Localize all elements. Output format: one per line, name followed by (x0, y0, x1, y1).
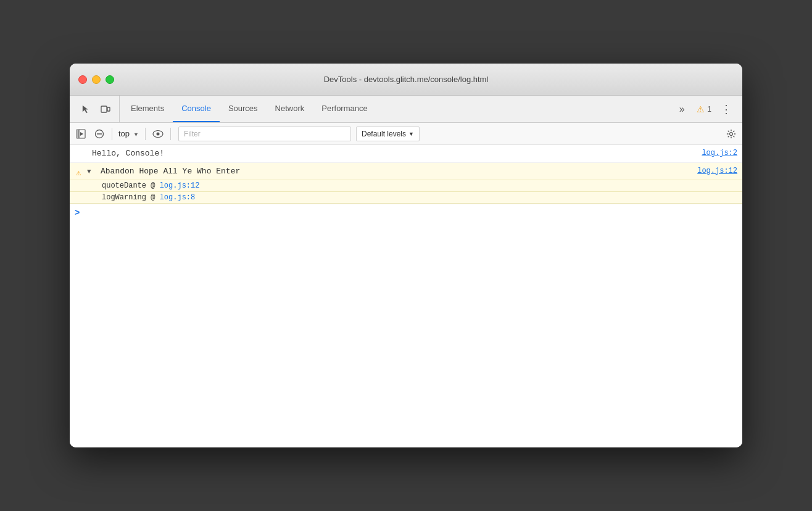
watch-expressions-button[interactable] (149, 125, 167, 143)
inspect-icon[interactable] (77, 101, 94, 118)
tab-network[interactable]: Network (267, 96, 313, 122)
context-selector[interactable]: top (116, 125, 141, 143)
device-toolbar-icon[interactable] (97, 101, 114, 118)
tab-console[interactable]: Console (173, 96, 220, 122)
console-content: Hello, Console! log.js:2 ⚠ ▼ Abandon Hop… (70, 145, 742, 447)
more-options-button[interactable]: ⋮ (718, 101, 735, 118)
stack-fn-logWarning: logWarning @ log.js:8 (102, 193, 195, 202)
stack-link-quoteDante[interactable]: log.js:12 (160, 181, 200, 190)
prompt-chevron-icon: > (75, 208, 80, 218)
svg-rect-1 (107, 107, 110, 111)
more-tabs-button[interactable]: » (673, 101, 690, 118)
devtools-icons (72, 96, 120, 122)
log-location-hello[interactable]: log.js:2 (689, 147, 737, 159)
warnings-badge[interactable]: ⚠ 1 (693, 103, 715, 115)
maximize-button[interactable] (106, 75, 114, 84)
console-settings-button[interactable] (723, 125, 740, 143)
console-prompt[interactable]: > (70, 204, 742, 222)
context-chevron-icon (133, 130, 139, 138)
toolbar-divider-2 (145, 128, 146, 140)
svg-point-10 (730, 132, 733, 135)
log-text-hello: Hello, Console! (92, 147, 689, 160)
log-levels-button[interactable]: Default levels ▼ (356, 127, 420, 141)
stack-entry-logWarning: logWarning @ log.js:8 (70, 192, 742, 204)
tab-performance[interactable]: Performance (313, 96, 376, 122)
tabsbar-right: » ⚠ 1 ⋮ (668, 96, 740, 122)
toolbar-divider (112, 128, 112, 140)
log-entry-info: Hello, Console! log.js:2 (70, 145, 742, 163)
warning-icon: ⚠ (697, 104, 705, 114)
warning-entry-icon: ⚠ (76, 167, 81, 180)
window-title: DevTools - devtools.glitch.me/console/lo… (324, 75, 489, 84)
clear-console-button[interactable] (91, 125, 108, 143)
tab-sources[interactable]: Sources (220, 96, 267, 122)
svg-rect-0 (101, 106, 107, 112)
stack-fn-quoteDante: quoteDante @ log.js:12 (102, 181, 199, 190)
expand-warning-button[interactable]: ▼ (87, 167, 91, 177)
minimize-button[interactable] (92, 75, 101, 84)
svg-point-9 (157, 132, 160, 135)
log-text-warning: Abandon Hope All Ye Who Enter (92, 165, 685, 178)
tab-elements[interactable]: Elements (122, 96, 173, 122)
stack-entry-quoteDante: quoteDante @ log.js:12 (70, 180, 742, 192)
titlebar: DevTools - devtools.glitch.me/console/lo… (70, 64, 742, 96)
filter-input[interactable] (178, 127, 351, 141)
devtools-window: DevTools - devtools.glitch.me/console/lo… (70, 64, 742, 447)
log-location-warning[interactable]: log.js:12 (685, 165, 737, 177)
console-toolbar: top Default levels ▼ (70, 123, 742, 145)
toolbar-divider-3 (170, 128, 171, 140)
close-button[interactable] (78, 75, 87, 84)
log-entry-warning: ⚠ ▼ Abandon Hope All Ye Who Enter log.js… (70, 163, 742, 181)
traffic-lights (78, 75, 114, 84)
svg-marker-5 (80, 132, 83, 136)
stack-link-logWarning[interactable]: log.js:8 (160, 193, 196, 202)
tabsbar: Elements Console Sources Network Perform… (70, 96, 742, 123)
sidebar-toggle-button[interactable] (72, 125, 89, 143)
